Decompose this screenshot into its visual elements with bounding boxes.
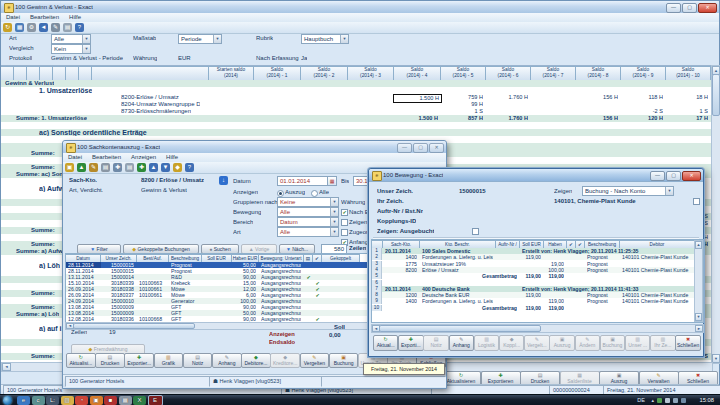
ausgebucht-checkbox[interactable] xyxy=(472,228,479,235)
minimize-button[interactable]: — xyxy=(666,3,681,13)
button-exportier[interactable]: ✚Exportier... xyxy=(124,353,154,368)
table-row[interactable]: 5Gesamtbetrag119,00119,00 xyxy=(372,273,703,279)
button-buchung[interactable]: ▣Buchung xyxy=(600,335,625,351)
folder-icon[interactable]: ▨ xyxy=(61,396,74,405)
maximize-button[interactable]: ▢ xyxy=(682,3,697,13)
table-row[interactable]: 120.11.2014100 Sales DomesticErstellt vo… xyxy=(372,248,703,254)
bereich-select[interactable]: Datum▼ xyxy=(277,217,339,227)
button-schließen[interactable]: ✖Schließen xyxy=(675,335,700,351)
button-kreditore[interactable]: ◆Kreditore... xyxy=(270,353,300,368)
table-row[interactable]: 48200Erlöse / Umsatz100,00Prognost140101… xyxy=(372,267,703,273)
button-ihrze[interactable]: ▥Ihr Ze... xyxy=(650,335,675,351)
pl-row[interactable]: ac) Sonstige ordentliche Erträge xyxy=(1,129,712,136)
chevron-down-icon[interactable]: ▼ xyxy=(330,198,338,206)
minimize-button[interactable]: — xyxy=(650,171,665,181)
column-header[interactable]: Saldo (2014) - 7 xyxy=(531,66,576,81)
button-notiz[interactable]: ▤Notiz xyxy=(183,353,213,368)
close-button[interactable]: ✕ xyxy=(682,171,701,181)
export-icon[interactable]: ▲ xyxy=(77,163,86,172)
chevron-down-icon[interactable]: ▼ xyxy=(340,35,348,43)
button-unser[interactable]: ▥Unser ... xyxy=(625,335,650,351)
chevron-down-icon[interactable]: ▼ xyxy=(82,35,90,43)
tray-flag-icon[interactable] xyxy=(665,398,670,403)
column-header[interactable]: Saldo (2014) - 1 xyxy=(254,66,301,81)
tray-volume-icon[interactable] xyxy=(673,398,678,403)
rubrik-select[interactable]: Hauptbuch▼ xyxy=(301,34,349,44)
help-icon[interactable]: ? xyxy=(185,163,194,172)
maximize-button[interactable]: ▢ xyxy=(413,143,428,153)
jump-icon[interactable]: ↓ xyxy=(219,176,228,185)
button-drucken[interactable]: ▤Drucken xyxy=(95,353,125,368)
drive-l-icon[interactable]: L: xyxy=(46,396,59,405)
chevron-down-icon[interactable]: ▼ xyxy=(330,208,338,216)
app-red-icon[interactable]: ■ xyxy=(104,396,117,405)
scroll-right-icon[interactable]: ► xyxy=(695,325,703,332)
table-row[interactable]: 720.11.2014400 Deutsche BankErstellt von… xyxy=(372,286,703,292)
bew-vertical-scrollbar[interactable]: ▲ ▼ xyxy=(694,240,703,322)
pl-row[interactable]: 8204-Umsatz Warengruppe D99 H xyxy=(1,101,712,108)
settings-icon[interactable]: ⚙ xyxy=(27,23,36,32)
checkbox-nacherf[interactable]: ✔ xyxy=(341,209,348,216)
scroll-down-icon[interactable]: ▼ xyxy=(712,354,720,363)
column-header[interactable]: Saldo (2014) - 4 xyxy=(394,66,441,81)
menu-item-hilfe[interactable]: Hilfe xyxy=(64,13,86,20)
table-row[interactable]: 6 xyxy=(372,280,703,286)
attach-icon[interactable]: ✚ xyxy=(113,163,122,172)
refresh-icon[interactable]: ↻ xyxy=(3,23,12,32)
table-row[interactable]: 31775Umsatzsteuer 19%19,00Prognost xyxy=(372,261,703,267)
menu-item-bearbeiten[interactable]: Bearbeiten xyxy=(25,13,64,20)
button-aktual[interactable]: ↻Aktual... xyxy=(373,335,398,351)
radio-auszug[interactable] xyxy=(277,190,284,197)
button-vergelten[interactable]: ✎Vergelten xyxy=(300,353,330,368)
pl-row[interactable] xyxy=(1,122,712,129)
pl-row[interactable]: 1. Umsatzerlöse xyxy=(1,87,712,94)
vergleich-select[interactable]: Kein▼ xyxy=(51,44,91,54)
masstab-select[interactable]: Periode▼ xyxy=(178,34,222,44)
table-row[interactable]: 21400Forderungen a. Lieferg. u. Leist.11… xyxy=(372,254,703,260)
internet-explorer-icon[interactable]: e xyxy=(17,396,30,405)
radio-alle[interactable] xyxy=(311,190,318,197)
column-header[interactable]: Starten saldo (2014) xyxy=(209,66,254,81)
tray-signal-icon[interactable] xyxy=(681,398,686,403)
column-header[interactable]: Saldo (2014) - 10 xyxy=(666,66,711,81)
edit-icon[interactable]: ✎ xyxy=(89,163,98,172)
chevron-down-icon[interactable]: ▼ xyxy=(330,218,338,226)
note-icon[interactable]: ▤ xyxy=(101,163,110,172)
menu-item-anzeigen[interactable]: Anzeigen xyxy=(126,153,161,160)
chevron-down-icon[interactable]: ▼ xyxy=(82,45,90,53)
exact-icon[interactable]: E xyxy=(148,395,163,405)
add-icon[interactable]: ✚ xyxy=(137,163,146,172)
menu-item-bearbeiten[interactable]: Bearbeiten xyxy=(87,153,126,160)
debitor-checkbox[interactable] xyxy=(693,198,700,205)
art-select[interactable]: Alle▼ xyxy=(277,227,339,237)
scroll-left-icon[interactable]: ◄ xyxy=(2,363,11,371)
tools-icon[interactable]: ✎ xyxy=(51,23,60,32)
datum-input[interactable]: 01.01.2014 xyxy=(277,176,329,186)
button-notiz[interactable]: ▤Notiz xyxy=(423,335,448,351)
tray-language[interactable]: DE xyxy=(637,397,645,403)
button-debitore[interactable]: ◆Debitore... xyxy=(241,353,271,368)
column-header[interactable]: Saldo (2014) - 5 xyxy=(441,66,486,81)
minimize-button[interactable]: — xyxy=(397,143,412,153)
calculator-icon[interactable]: ▦ xyxy=(119,396,132,405)
button-aktualisi[interactable]: ↻Aktualisi... xyxy=(66,353,96,368)
table-row[interactable]: 10Gesamtbetrag119,00119,00 xyxy=(372,305,703,311)
back-icon[interactable]: ◄ xyxy=(39,23,48,32)
scroll-up-icon[interactable]: ▲ xyxy=(695,241,702,249)
print-icon[interactable]: ▤ xyxy=(63,23,72,32)
button-anhang[interactable]: ✎Anhang xyxy=(212,353,242,368)
bewegung-select[interactable]: Alle▼ xyxy=(277,207,339,217)
close-button[interactable]: ✕ xyxy=(698,3,717,13)
button-exporti[interactable]: ✚Exporti... xyxy=(398,335,423,351)
pl-row[interactable]: Gewinn & Verlust xyxy=(1,80,712,87)
sort-desc-icon[interactable]: ▼ xyxy=(161,163,170,172)
scroll-thumb[interactable] xyxy=(379,325,541,332)
column-header[interactable]: Saldo (2014) - 6 xyxy=(486,66,531,81)
maximize-button[interactable]: ▢ xyxy=(666,171,681,181)
tray-expand-icon[interactable]: ▴ xyxy=(651,397,654,403)
button-buchung[interactable]: ▣Buchung xyxy=(329,353,359,368)
pl-row[interactable]: 8730-Erlösschmälerungen1 S-2 S1 S xyxy=(1,108,712,115)
checkbox-zeigen[interactable] xyxy=(341,219,348,226)
table-row[interactable]: 81200Deutsche Bank EUR119,00Prognost1401… xyxy=(372,292,703,298)
help-icon[interactable]: ? xyxy=(75,23,84,32)
